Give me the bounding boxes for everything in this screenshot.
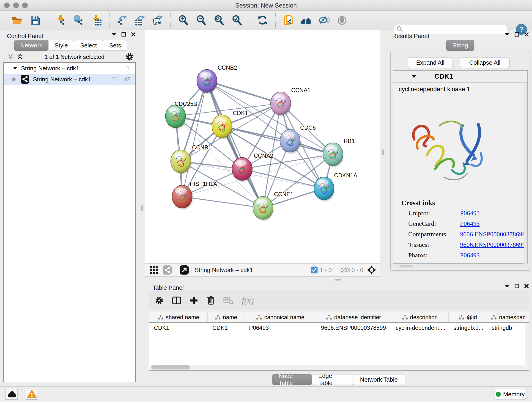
right-splitter-grip[interactable]: [382, 149, 384, 155]
panel-collapse-icon[interactable]: [111, 33, 116, 36]
gene-expander-icon[interactable]: [412, 75, 417, 78]
cloud-tasks-button[interactable]: [6, 389, 18, 400]
collection-expander-icon[interactable]: [13, 66, 17, 70]
expand-all-button[interactable]: Expand All: [408, 57, 453, 68]
save-session-icon[interactable]: [29, 15, 41, 26]
export-table-icon[interactable]: [134, 15, 146, 26]
network-node-RB1[interactable]: RB1: [323, 138, 355, 167]
left-splitter-grip[interactable]: [141, 205, 143, 211]
column-header-description[interactable]: description: [391, 312, 449, 322]
table-panel-title: Table Panel: [152, 284, 184, 291]
table-close-icon[interactable]: [524, 284, 529, 288]
cell-canonical-name[interactable]: P06493: [244, 325, 317, 331]
node-table-row[interactable]: CDK1CDK1P064939606.ENSP00000378699cyclin…: [149, 323, 529, 333]
add-column-icon[interactable]: [190, 296, 198, 305]
network-node-CCNE1[interactable]: CCNE1: [253, 191, 293, 220]
export-network-icon[interactable]: [116, 15, 128, 26]
column-header-canonical-name[interactable]: canonical name: [244, 312, 317, 322]
export-image-icon[interactable]: [152, 15, 164, 26]
zoom-selected-icon[interactable]: [231, 15, 243, 26]
import-database-icon[interactable]: [73, 15, 84, 26]
selected-checkbox-icon[interactable]: [311, 267, 317, 274]
crosslink-uniprot-link[interactable]: P06493: [460, 210, 480, 217]
cell-shared-name[interactable]: CDK1: [149, 325, 208, 331]
open-in-new-icon[interactable]: [180, 265, 189, 274]
refresh-icon[interactable]: [257, 15, 268, 26]
crosslink-genecard-link[interactable]: P06493: [460, 220, 480, 227]
results-hscroll-thumb[interactable]: [399, 265, 413, 268]
results-vertical-scrollbar[interactable]: [524, 83, 527, 264]
toolbar-separator: [171, 13, 171, 27]
panel-close-icon[interactable]: [131, 32, 136, 37]
table-collapse-icon[interactable]: [505, 284, 510, 288]
crosslink-label: Tissues:: [408, 241, 429, 249]
open-session-icon[interactable]: [12, 15, 23, 26]
cell-description[interactable]: cyclin-dependent ...: [391, 325, 449, 331]
network-collection-row[interactable]: String Network – cdk1 1: [4, 63, 135, 74]
results-tab-string[interactable]: String: [446, 40, 474, 51]
column-header-database-identifier[interactable]: database identifier: [317, 312, 391, 322]
tab-style[interactable]: Style: [48, 40, 74, 51]
results-float-icon[interactable]: [515, 32, 519, 37]
crosslink-pharos-link[interactable]: P06493: [460, 252, 480, 259]
duplicate-network-icon[interactable]: [283, 15, 294, 26]
show-all-icon[interactable]: [336, 15, 348, 26]
collapse-all-chevron-icon[interactable]: [7, 53, 14, 60]
zoom-in-icon[interactable]: [178, 15, 189, 26]
network-node-CCNB1[interactable]: CCNB1: [171, 144, 211, 174]
results-collapse-icon[interactable]: [505, 33, 510, 36]
results-horizontal-scrollbar[interactable]: [393, 264, 528, 268]
zoom-fit-icon[interactable]: [214, 15, 225, 26]
network-node-CCNA1[interactable]: CCNA1: [271, 87, 311, 116]
table-hscroll-thumb[interactable]: [151, 365, 190, 370]
zoom-out-icon[interactable]: [196, 15, 207, 26]
grid-view-icon[interactable]: [149, 265, 158, 274]
expand-all-chevron-icon[interactable]: [17, 53, 24, 60]
show-columns-icon[interactable]: [172, 296, 181, 305]
search-input[interactable]: [405, 26, 507, 33]
network-canvas[interactable]: CCNB2 CCNA1 CDC25B CDK1: [145, 30, 380, 263]
tab-select[interactable]: Select: [74, 40, 103, 51]
toolbar-separator: [275, 13, 276, 27]
hidden-eye-slash-icon[interactable]: [340, 266, 350, 274]
tab-sets[interactable]: Sets: [103, 40, 127, 51]
node-label-RB1: RB1: [344, 138, 355, 144]
hide-selected-icon[interactable]: [318, 15, 330, 26]
column-header-namespac[interactable]: namespac: [487, 312, 529, 322]
column-header--id[interactable]: @id: [449, 312, 487, 322]
tab-node-table[interactable]: Node Table: [272, 374, 312, 385]
cell-name[interactable]: CDK1: [208, 325, 244, 331]
string-home-icon[interactable]: [301, 15, 312, 26]
table-horizontal-scrollbar[interactable]: [150, 365, 526, 370]
cell-database-identifier[interactable]: 9606.ENSP00000378699: [317, 325, 391, 331]
collapse-all-button[interactable]: Collapse All: [460, 57, 510, 68]
network-options-gear-icon[interactable]: [125, 52, 134, 61]
node-table[interactable]: shared namenamecanonical namedatabase id…: [149, 312, 529, 371]
panel-float-icon[interactable]: [121, 32, 126, 37]
share-view-icon[interactable]: [163, 265, 172, 274]
tab-network-table[interactable]: Network Table: [353, 374, 405, 385]
import-table-icon[interactable]: [91, 15, 102, 26]
warnings-button[interactable]: [26, 389, 38, 400]
network-node-HIST1H1A[interactable]: HIST1H1A: [172, 181, 217, 209]
memory-button[interactable]: Memory: [495, 389, 526, 400]
gene-card-header[interactable]: CDK1: [393, 70, 527, 83]
crosslink-tissues-link[interactable]: 9606.ENSP00000378699: [460, 241, 525, 249]
crosslink-compartments-link[interactable]: 9606.ENSP00000378699: [460, 230, 525, 238]
network-row-selected[interactable]: String Network – cdk1 11 48: [4, 74, 135, 85]
cell-namespac[interactable]: stringdb: [487, 325, 529, 331]
column-header-name[interactable]: name: [208, 312, 244, 322]
tab-edge-table[interactable]: Edge Table: [312, 374, 353, 385]
table-float-icon[interactable]: [515, 284, 519, 288]
table-vertical-scrollbar[interactable]: [525, 323, 529, 371]
table-settings-gear-icon[interactable]: [155, 296, 164, 305]
network-node-CDKN1A[interactable]: CDKN1A: [314, 172, 357, 201]
results-close-icon[interactable]: [524, 32, 529, 37]
column-header-shared-name[interactable]: shared name: [149, 312, 208, 322]
import-network-icon[interactable]: [55, 15, 66, 26]
tab-network[interactable]: Network: [14, 40, 48, 51]
delete-column-trash-icon[interactable]: [206, 296, 215, 305]
cell--id[interactable]: stringdb:9...: [449, 325, 487, 331]
fit-selected-crosshair-icon[interactable]: [367, 265, 377, 275]
bottom-splitter-grip[interactable]: [335, 279, 341, 281]
